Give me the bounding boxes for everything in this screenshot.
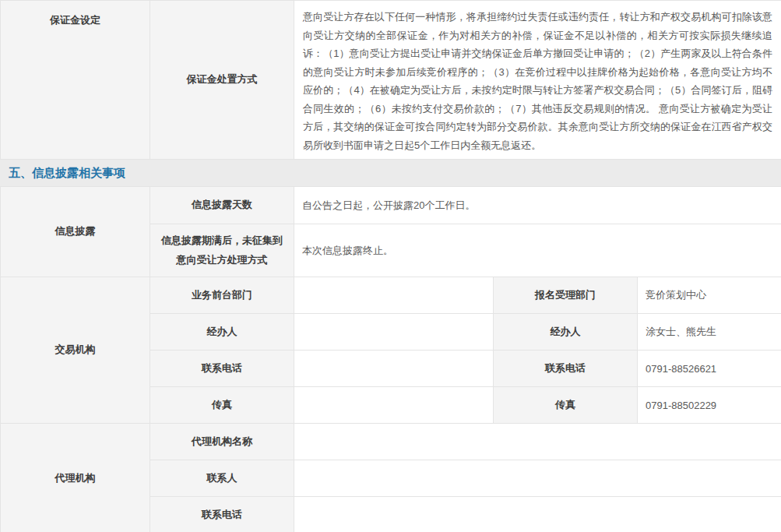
trade-fax2-label: 传真 [494,387,638,424]
deposit-group-label: 保证金设定 [50,14,100,26]
deposit-group-cell: 保证金设定 [1,1,150,160]
disclosure-group-label: 信息披露 [1,187,150,277]
trade-fax-value [294,387,494,424]
agent-phone-label: 联系电话 [150,497,294,532]
section-header: 五、信息披露相关事项 [0,160,781,186]
deposit-method-label: 保证金处置方式 [150,1,294,160]
agent-org-group-label: 代理机构 [1,424,150,532]
trade-phone-label: 联系电话 [150,351,294,387]
trade-handler-value [294,314,494,351]
agent-contact-value [294,460,781,497]
disclosure-table: 信息披露 信息披露天数 自公告之日起，公开披露20个工作日。 信息披露期满后，未… [0,186,781,532]
trade-phone2-label: 联系电话 [494,351,638,387]
deposit-table: 保证金设定 保证金处置方式 意向受让方存在以下任何一种情形，将承担缔约过失责任或… [0,0,781,160]
trade-handler2-label: 经办人 [494,314,638,351]
agent-contact-label: 联系人 [150,460,294,497]
disclosure-expiry-label: 信息披露期满后，未征集到意向受让方处理方式 [150,224,294,277]
trade-org-group-label: 交易机构 [1,277,150,424]
trade-reg-dept-label: 报名受理部门 [494,277,638,314]
disclosure-days-label: 信息披露天数 [150,187,294,224]
agent-name-value [294,424,781,460]
trade-phone-value [294,351,494,387]
trade-front-dept-value [294,277,494,314]
agent-phone-value [294,497,781,532]
trade-front-dept-label: 业务前台部门 [150,277,294,314]
trade-fax2-value: 0791-88502229 [638,387,781,424]
deposit-terms-text: 意向受让方存在以下任何一种情形，将承担缔约过失责任或违约责任，转让方和产权交易机… [294,1,781,160]
disclosure-expiry-value: 本次信息披露终止。 [294,224,781,277]
disclosure-days-value: 自公告之日起，公开披露20个工作日。 [294,187,781,224]
trade-reg-dept-value: 竞价策划中心 [638,277,781,314]
trade-handler2-value: 涂女士、熊先生 [638,314,781,351]
trade-phone2-value: 0791-88526621 [638,351,781,387]
section-title: 五、信息披露相关事项 [9,166,125,179]
trade-fax-label: 传真 [150,387,294,424]
agent-name-label: 代理机构名称 [150,424,294,460]
trade-handler-label: 经办人 [150,314,294,351]
